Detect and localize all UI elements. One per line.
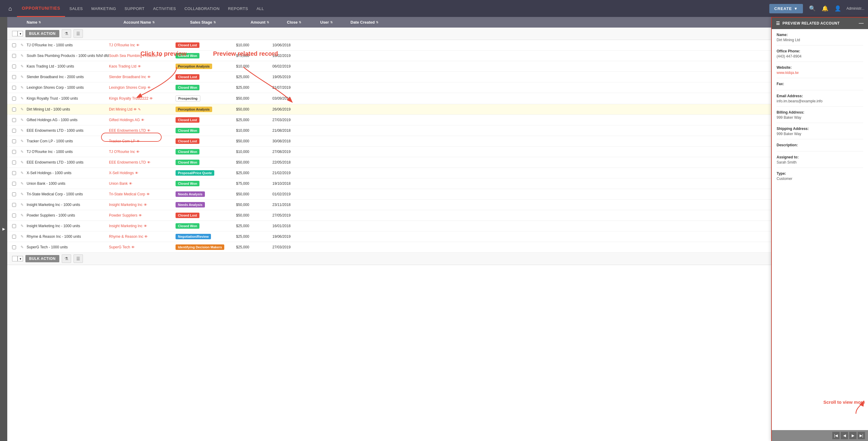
row-account-eye-9[interactable]: 👁 [136,139,140,143]
row-account-link-18[interactable]: Rhyme & Reason Inc [109,234,143,239]
notifications-icon-btn[interactable]: 🔔 [819,3,831,14]
row-checkbox-6[interactable] [12,108,21,112]
row-account-link-10[interactable]: TJ O'Rourke Inc [109,150,135,154]
nav-activities[interactable]: ACTIVITIES [149,0,180,17]
header-stage[interactable]: Sales Stage ⇅ [190,20,251,25]
sidebar-toggle[interactable]: ▶ [0,17,7,441]
row-edit-9[interactable]: ✎ [21,139,27,143]
row-edit-pen-6[interactable]: ✎ [138,108,141,112]
select-all-checkbox[interactable]: ▾ [12,31,23,36]
row-account-eye-3[interactable]: 👁 [147,75,151,79]
header-amount[interactable]: Amount ⇅ [251,20,287,25]
header-name[interactable]: Name ⇅ [27,20,123,25]
row-account-link-2[interactable]: Kaos Trading Ltd [109,64,136,68]
row-account-eye-11[interactable]: 👁 [147,160,150,164]
row-edit-2[interactable]: ✎ [21,64,27,68]
row-edit-15[interactable]: ✎ [21,203,27,207]
row-account-eye-1[interactable]: 👁 [159,54,162,58]
view-button-top[interactable]: ☰ [73,29,83,38]
nav-brand[interactable]: OPPORTUNITIES [17,0,65,17]
nav-sales[interactable]: SALES [65,0,87,17]
header-date[interactable]: Date Created ⇅ [350,20,399,25]
row-account-link-15[interactable]: Insight Marketing Inc [109,203,143,207]
pager-first[interactable]: |◀ [832,432,840,439]
row-account-link-8[interactable]: EEE Endowments LTD [109,128,146,133]
search-icon-btn[interactable]: 🔍 [807,3,818,14]
row-account-eye-13[interactable]: 👁 [129,182,132,185]
row-edit-6[interactable]: ✎ [21,107,27,112]
row-checkbox-18[interactable] [12,235,21,239]
row-account-link-0[interactable]: TJ O'Rourke Inc [109,43,135,47]
row-checkbox-13[interactable] [12,182,21,186]
home-icon[interactable]: ⌂ [4,2,17,15]
nav-support[interactable]: SUPPORT [120,0,149,17]
row-edit-8[interactable]: ✎ [21,128,27,133]
select-dropdown-arrow[interactable]: ▾ [18,31,23,36]
row-edit-18[interactable]: ✎ [21,234,27,239]
row-checkbox-2[interactable] [12,64,21,68]
row-edit-3[interactable]: ✎ [21,75,27,79]
nav-all[interactable]: ALL [252,0,269,17]
row-account-link-12[interactable]: X-Sell Holdings [109,171,134,175]
nav-collaboration[interactable]: COLLABORATION [180,0,224,17]
row-checkbox-8[interactable] [12,129,21,133]
user-avatar-btn[interactable]: 👤 [832,3,843,14]
nav-marketing[interactable]: MARKETING [87,0,120,17]
select-all-box-bottom[interactable] [12,256,18,261]
row-account-link-17[interactable]: Insight Marketing Inc [109,224,143,228]
row-account-link-19[interactable]: SuperG Tech [109,245,130,249]
row-edit-7[interactable]: ✎ [21,118,27,122]
filter-button-bottom[interactable]: ⚗ [62,255,71,263]
select-dropdown-arrow-bottom[interactable]: ▾ [18,256,23,261]
row-account-eye-2[interactable]: 👁 [138,64,141,68]
row-account-eye-12[interactable]: 👁 [135,171,138,175]
row-account-link-1[interactable]: South Sea Plumbing Products [109,54,157,58]
row-edit-5[interactable]: ✎ [21,96,27,100]
row-account-eye-6[interactable]: 👁 [133,108,137,111]
row-account-link-5[interactable]: Kings Royalty Trust2222 [109,96,148,100]
row-edit-1[interactable]: ✎ [21,54,27,58]
row-account-link-9[interactable]: Tracker Com LP [109,139,135,143]
row-checkbox-19[interactable] [12,245,21,249]
nav-reports[interactable]: REPORTS [224,0,252,17]
select-all-box[interactable] [12,31,18,36]
row-account-eye-5[interactable]: 👁 [150,97,153,100]
row-checkbox-17[interactable] [12,224,21,228]
row-account-eye-0[interactable]: 👁 [136,43,140,47]
row-checkbox-3[interactable] [12,75,21,79]
row-checkbox-4[interactable] [12,86,21,90]
pager-last[interactable]: ▶| [858,432,865,439]
row-edit-11[interactable]: ✎ [21,160,27,165]
row-account-link-11[interactable]: EEE Endowments LTD [109,160,146,165]
preview-close-button[interactable]: — [859,21,864,26]
row-edit-12[interactable]: ✎ [21,171,27,175]
row-checkbox-10[interactable] [12,150,21,154]
row-account-eye-17[interactable]: 👁 [144,224,147,228]
row-checkbox-12[interactable] [12,171,21,175]
row-edit-10[interactable]: ✎ [21,150,27,154]
pager-next[interactable]: ▶ [849,432,857,439]
row-account-eye-14[interactable]: 👁 [147,192,150,196]
row-checkbox-14[interactable] [12,192,21,196]
row-checkbox-11[interactable] [12,160,21,165]
row-account-link-16[interactable]: Powder Suppliers [109,213,137,217]
row-account-eye-4[interactable]: 👁 [147,86,151,89]
preview-value-2[interactable]: www.kidqa.tw [777,70,863,75]
create-button[interactable]: CREATE ▼ [769,4,803,13]
pager-prev[interactable]: ◀ [841,432,848,439]
row-account-eye-15[interactable]: 👁 [144,203,147,207]
row-checkbox-0[interactable] [12,43,21,47]
row-checkbox-15[interactable] [12,203,21,207]
bulk-action-button-top[interactable]: BULK ACTION [25,30,59,37]
bulk-action-button-bottom[interactable]: BULK ACTION [25,255,59,262]
row-account-eye-7[interactable]: 👁 [141,118,144,122]
row-account-link-14[interactable]: Tri-State Medical Corp [109,192,145,196]
row-account-link-13[interactable]: Union Bank [109,181,128,186]
row-account-eye-19[interactable]: 👁 [131,245,135,249]
row-checkbox-1[interactable] [12,54,21,58]
row-checkbox-7[interactable] [12,118,21,122]
view-button-bottom[interactable]: ☰ [73,255,83,263]
row-edit-0[interactable]: ✎ [21,43,27,47]
row-account-eye-10[interactable]: 👁 [136,150,140,153]
row-account-link-7[interactable]: Gifted Holdings AG [109,118,140,122]
